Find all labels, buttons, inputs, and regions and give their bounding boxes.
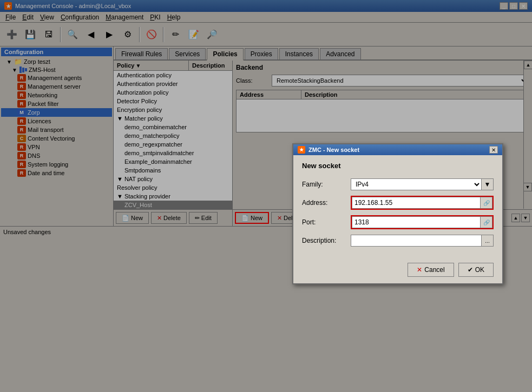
new-socket-dialog: ★ ZMC - New socket ✕ New socket Family: … [292,143,503,284]
port-link-btn[interactable]: 🔗 [481,216,492,228]
cancel-icon: ✕ [417,266,422,274]
family-select-wrap: IPv4 IPv6 ▼ [351,178,494,190]
family-dropdown-btn[interactable]: ▼ [482,178,494,190]
dialog-title-icon: ★ [298,146,305,154]
cancel-button[interactable]: ✕ Cancel [408,263,454,277]
address-form-row: Address: 🔗 [302,196,494,210]
ok-icon: ✔ [468,266,473,274]
family-select[interactable]: IPv4 IPv6 [351,178,482,190]
family-form-row: Family: IPv4 IPv6 ▼ [302,178,494,190]
dialog-close-button[interactable]: ✕ [489,146,498,154]
dialog-title-bar: ★ ZMC - New socket ✕ [293,144,502,155]
port-input[interactable] [352,216,481,228]
dialog-buttons: ✕ Cancel ✔ OK [293,258,502,283]
description-input[interactable] [351,235,482,247]
port-label: Port: [302,218,351,226]
address-link-btn[interactable]: 🔗 [481,197,492,209]
address-label: Address: [302,199,351,207]
address-input[interactable] [352,197,481,209]
description-browse-btn[interactable]: ... [482,235,494,247]
dialog-subtitle: New socket [302,162,494,170]
family-label: Family: [302,181,351,188]
dialog-title-text: ZMC - New socket [308,147,359,153]
description-label: Description: [302,237,351,244]
dialog-body: New socket Family: IPv4 IPv6 ▼ Address: … [293,155,502,258]
description-form-row: Description: ... [302,235,494,247]
port-form-row: Port: 🔗 [302,215,494,229]
ok-button[interactable]: ✔ OK [458,263,494,277]
